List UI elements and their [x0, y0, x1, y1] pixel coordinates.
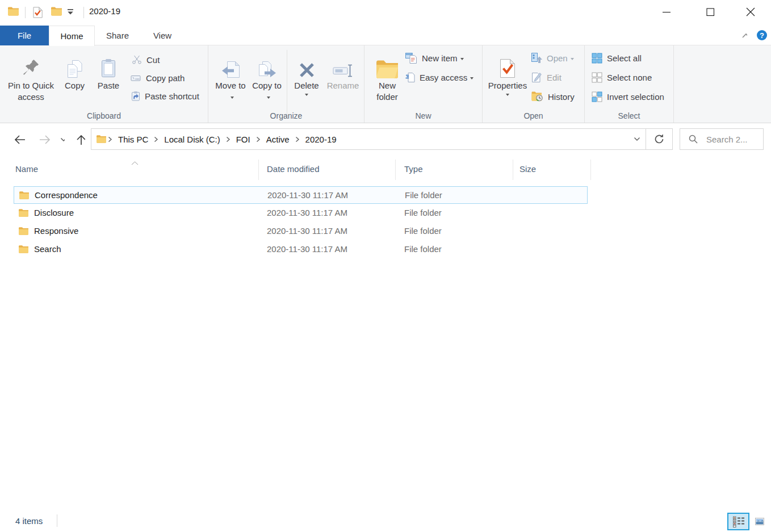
qat-customize-dropdown[interactable] [67, 9, 74, 15]
scissors-icon [132, 55, 142, 64]
breadcrumb-chevron-icon [106, 136, 114, 143]
move-to-button[interactable]: Move to [213, 48, 248, 103]
qat-properties-button[interactable] [33, 7, 43, 18]
search-input[interactable] [705, 134, 760, 145]
search-box [680, 128, 764, 150]
minimize-button[interactable] [653, 0, 680, 24]
easy-access-button[interactable]: Easy access [405, 69, 474, 85]
rename-button[interactable]: Rename [325, 48, 361, 91]
column-divider[interactable] [395, 160, 396, 180]
file-name: Search [34, 244, 61, 254]
breadcrumb-foi[interactable]: FOI [232, 135, 254, 144]
column-divider[interactable] [513, 160, 513, 180]
file-row-responsive[interactable]: Responsive 2020-11-30 11:17 AM File fold… [14, 223, 588, 240]
chevron-down-icon [60, 137, 65, 142]
chevron-down-icon [231, 97, 234, 99]
paste-icon [100, 48, 117, 78]
tab-view[interactable]: View [140, 26, 185, 45]
file-row-disclosure[interactable]: Disclosure 2020-11-30 11:17 AM File fold… [14, 204, 588, 222]
address-history-dropdown[interactable] [628, 129, 646, 149]
cut-button[interactable]: Cut [132, 52, 160, 68]
tab-share[interactable]: Share [95, 26, 140, 45]
breadcrumb-local-disk[interactable]: Local Disk (C:) [160, 135, 224, 144]
paste-shortcut-button[interactable]: Paste shortcut [131, 88, 199, 104]
breadcrumb-this-pc[interactable]: This PC [114, 135, 152, 144]
copy-path-button[interactable]: Copy path [131, 70, 185, 86]
pin-to-quick-access-button[interactable]: Pin to Quick access [3, 48, 58, 103]
tab-file[interactable]: File [0, 26, 49, 45]
column-divider[interactable] [258, 160, 259, 180]
open-button[interactable]: Open [531, 50, 574, 66]
properties-label: Properties [488, 80, 527, 91]
folder-icon [19, 227, 28, 237]
forward-button[interactable] [35, 131, 53, 148]
folder-icon [19, 245, 28, 255]
paste-label: Paste [98, 80, 119, 91]
qat-new-folder-button[interactable] [51, 7, 62, 16]
paste-shortcut-icon [131, 91, 140, 101]
help-button[interactable]: ? [757, 30, 767, 40]
close-button[interactable] [738, 0, 764, 24]
up-button[interactable] [73, 131, 89, 148]
open-icon [531, 53, 542, 64]
column-divider[interactable] [590, 160, 591, 180]
paste-button[interactable]: Paste [92, 48, 125, 91]
navigation-bar: This PC Local Disk (C:) FOI Active 2020-… [0, 123, 771, 157]
select-all-button[interactable]: Select all [592, 50, 642, 66]
tab-file-label: File [18, 31, 31, 40]
edit-icon [531, 72, 542, 83]
breadcrumb-active[interactable]: Active [262, 135, 294, 144]
edit-button[interactable]: Edit [531, 69, 562, 85]
picture-icon [755, 516, 764, 527]
file-name: Disclosure [34, 208, 74, 217]
folder-icon [19, 191, 29, 202]
breadcrumb-2020-19[interactable]: 2020-19 [301, 135, 341, 144]
file-type: File folder [404, 244, 442, 254]
breadcrumb-chevron-icon [294, 136, 301, 143]
item-count: 4 items [15, 516, 43, 526]
select-group-label: Select [585, 111, 673, 120]
file-date-modified: 2020-11-30 11:17 AM [267, 244, 347, 254]
chevron-up-icon [741, 33, 747, 39]
back-button[interactable] [10, 131, 28, 148]
details-view-button[interactable] [727, 513, 749, 530]
titlebar-separator [25, 7, 26, 18]
address-bar[interactable]: This PC Local Disk (C:) FOI Active 2020-… [91, 128, 673, 150]
copy-to-button[interactable]: Copy to [250, 48, 284, 103]
ribbon: Pin to Quick access Copy Paste Cut C [0, 45, 771, 123]
refresh-button[interactable] [646, 129, 672, 149]
column-header-type[interactable]: Type [404, 164, 423, 174]
cut-label: Cut [146, 55, 160, 65]
column-header-size[interactable]: Size [519, 164, 536, 174]
properties-button[interactable]: Properties [488, 48, 527, 96]
history-label: History [548, 92, 575, 102]
column-header-name[interactable]: Name [15, 164, 38, 174]
select-none-button[interactable]: Select none [592, 69, 652, 85]
file-row-correspondence[interactable]: Correspondence 2020-11-30 11:17 AM File … [14, 186, 588, 204]
collapse-ribbon-button[interactable] [738, 31, 751, 40]
invert-selection-button[interactable]: Invert selection [592, 89, 664, 104]
file-row-search[interactable]: Search 2020-11-30 11:17 AM File folder [14, 241, 588, 258]
organize-group-label: Organize [208, 111, 364, 120]
ribbon-group-select: Select all Select none Invert selection … [585, 45, 674, 123]
new-item-button[interactable]: New item [405, 50, 464, 66]
tab-home[interactable]: Home [49, 26, 95, 46]
arrow-left-icon [14, 135, 25, 145]
chevron-down-icon [267, 97, 270, 99]
move-to-icon [221, 48, 240, 78]
new-folder-button[interactable]: New folder [371, 48, 403, 103]
new-item-label: New item [422, 53, 458, 63]
tab-view-label: View [153, 31, 171, 40]
recent-locations-dropdown[interactable] [57, 131, 68, 148]
open-group-label: Open [483, 111, 584, 120]
history-button[interactable]: History [531, 89, 575, 104]
group-inner-separator [287, 50, 287, 116]
column-header-row: Name Date modified Type Size [0, 157, 771, 183]
rename-icon [333, 48, 354, 78]
copy-button[interactable]: Copy [59, 48, 90, 91]
thumbnail-view-button[interactable] [752, 515, 768, 528]
column-header-date-modified[interactable]: Date modified [267, 164, 320, 174]
delete-button[interactable]: Delete [289, 48, 324, 96]
maximize-button[interactable] [697, 0, 723, 24]
copy-path-icon [131, 74, 141, 82]
